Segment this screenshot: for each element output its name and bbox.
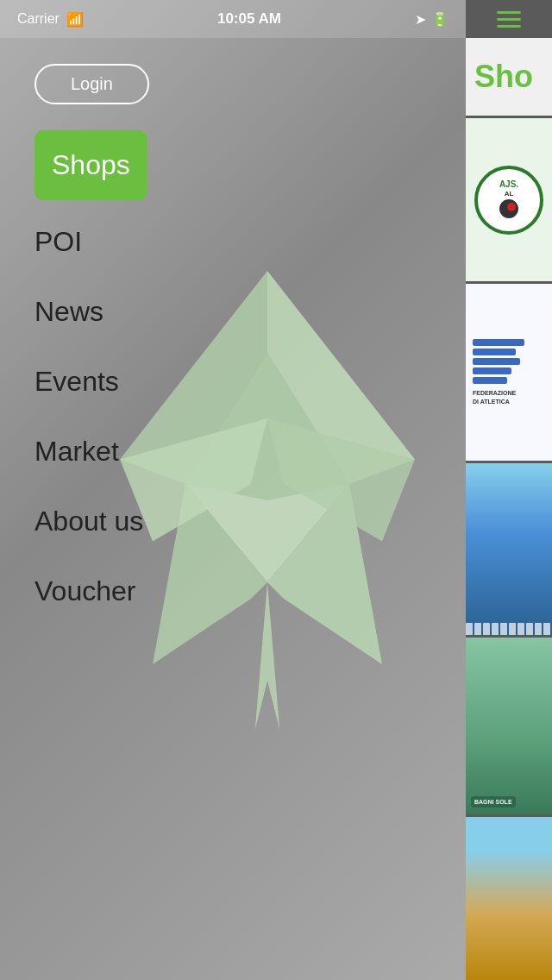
nav-item-events[interactable]: Events [34, 347, 431, 417]
nav-item-shops[interactable]: Shops [34, 130, 147, 200]
status-right: ➤ 🔋 [415, 11, 448, 28]
nav-item-market[interactable]: Market [34, 417, 431, 487]
status-bar: Carrier 📶 10:05 AM ➤ 🔋 [0, 0, 466, 38]
hamburger-line-3 [497, 25, 521, 28]
app-container: Carrier 📶 10:05 AM ➤ 🔋 Login Shops POI [0, 0, 552, 980]
boat-8 [526, 623, 533, 635]
fed-line-3 [473, 358, 520, 365]
fed-line-4 [473, 368, 511, 374]
hamburger-line-1 [497, 11, 521, 14]
boat-1 [466, 623, 473, 635]
right-panel: Sho AJS. AL [466, 0, 552, 980]
boat-6 [509, 623, 516, 635]
boat-row [466, 623, 552, 635]
fed-line-5 [473, 377, 507, 384]
right-header [466, 0, 552, 38]
card-ajs[interactable]: AJS. AL [466, 118, 552, 281]
federazione-text: FEDERAZIONE DI ATLETICA [473, 389, 516, 405]
nav-item-voucher[interactable]: Voucher [34, 556, 431, 626]
shops-header-card[interactable]: Sho [466, 38, 552, 116]
card-marina[interactable] [466, 463, 552, 635]
location-icon: ➤ [415, 11, 426, 28]
boat-10 [543, 623, 550, 635]
right-cards: Sho AJS. AL [466, 38, 552, 980]
fed-line-1 [473, 339, 524, 346]
nav-item-about[interactable]: About us [34, 487, 431, 556]
card-last[interactable] [466, 817, 552, 980]
boat-4 [492, 623, 499, 635]
card-bagni-sole[interactable]: BAGNI SOLE [466, 638, 552, 814]
time-display: 10:05 AM [217, 10, 281, 28]
boat-3 [483, 623, 490, 635]
navigation-menu: Shops POI News Events Market About us Vo… [0, 122, 466, 635]
fed-line-2 [473, 349, 516, 355]
login-button[interactable]: Login [34, 64, 149, 104]
left-panel: Carrier 📶 10:05 AM ➤ 🔋 Login Shops POI [0, 0, 466, 980]
ajs-logo: AJS. AL [474, 166, 543, 235]
battery-icon: 🔋 [431, 11, 448, 28]
nav-item-news[interactable]: News [34, 277, 431, 347]
hamburger-menu[interactable] [497, 11, 521, 28]
boat-2 [474, 623, 481, 635]
shops-wrapper: Shops [34, 130, 431, 204]
boat-7 [518, 623, 524, 635]
status-left: Carrier 📶 [17, 11, 84, 28]
boat-9 [535, 623, 542, 635]
menu-content: Carrier 📶 10:05 AM ➤ 🔋 Login Shops POI [0, 0, 466, 980]
boat-5 [500, 623, 507, 635]
hamburger-line-2 [497, 18, 521, 21]
marina-boats [466, 532, 552, 635]
shops-partial-text: Sho [474, 59, 533, 95]
card-federazione[interactable]: FEDERAZIONE DI ATLETICA [466, 284, 552, 461]
wifi-icon: 📶 [66, 11, 84, 28]
login-area: Login [0, 38, 466, 122]
fed-lines [473, 339, 524, 384]
nav-item-poi[interactable]: POI [34, 207, 431, 277]
bagni-sole-badge: BAGNI SOLE [471, 796, 516, 807]
carrier-label: Carrier [17, 11, 60, 27]
